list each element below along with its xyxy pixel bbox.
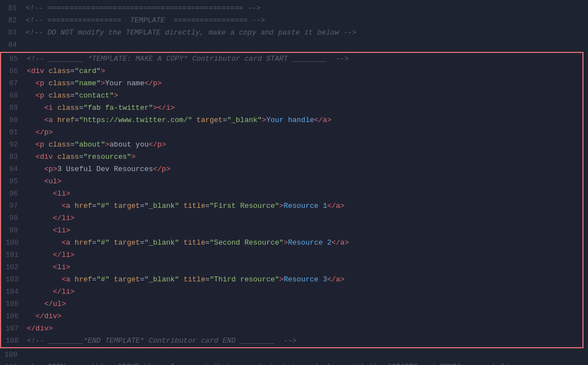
code-line: 98 </li> (1, 212, 582, 225)
line-number: 101 (6, 249, 27, 261)
line-content: <!-- ________ *TEMPLATE: MAKE A COPY* Co… (27, 53, 578, 65)
code-line: 89 <i class="fab fa-twitter"></i> (1, 102, 582, 114)
line-content: <a href="https://www.twitter.com/" targe… (27, 114, 578, 126)
line-number: 103 (6, 274, 27, 286)
line-content: <p class="name">Your name</p> (27, 77, 578, 90)
line-number: 102 (6, 261, 27, 274)
line-number: 87 (6, 77, 27, 90)
line-number: 100 (6, 237, 27, 249)
line-number: 85 (6, 53, 27, 65)
line-number: 94 (6, 163, 27, 176)
line-number: 93 (6, 151, 27, 163)
line-number: 98 (6, 212, 27, 225)
line-content: </ul> (27, 298, 578, 310)
line-content: <a href="#" target="_blank" title="Third… (27, 274, 578, 286)
code-line: 104 </li> (1, 286, 582, 298)
line-content: <!-- ===================================… (26, 2, 584, 14)
line-content: <li> (27, 261, 578, 274)
line-number: 91 (6, 126, 27, 139)
code-line: 110<!-- COPY everything ABOVE this, from… (0, 361, 588, 365)
code-lines: 81<!-- =================================… (0, 0, 588, 365)
line-content: <!-- DO NOT modify the TEMPLATE directly… (26, 27, 584, 39)
line-content: <!-- ________*END TEMPLATE* Contributor … (27, 335, 578, 347)
line-number: 99 (6, 225, 27, 237)
line-content: <ul> (27, 176, 578, 188)
line-number: 108 (6, 335, 27, 347)
code-line: 92 <p class="about">about you</p> (1, 139, 582, 151)
line-number: 95 (6, 176, 27, 188)
code-line: 103 <a href="#" target="_blank" title="T… (1, 274, 582, 286)
code-line: 108<!-- ________*END TEMPLATE* Contribut… (1, 335, 582, 347)
code-line: 97 <a href="#" target="_blank" title="Fi… (1, 200, 582, 212)
code-line: 86<div class="card"> (1, 65, 582, 77)
line-content: </div> (27, 310, 578, 323)
line-content: </li> (27, 286, 578, 298)
line-number: 89 (6, 102, 27, 114)
line-content: </li> (27, 212, 578, 225)
code-line: 102 <li> (1, 261, 582, 274)
code-line: 91 </p> (1, 126, 582, 139)
code-line: 83<!-- DO NOT modify the TEMPLATE direct… (0, 27, 588, 39)
line-content: <li> (27, 188, 578, 200)
code-line: 107</div> (1, 323, 582, 335)
line-number: 83 (4, 27, 26, 39)
code-line: 87 <p class="name">Your name</p> (1, 77, 582, 90)
line-number: 105 (6, 298, 27, 310)
code-line: 99 <li> (1, 225, 582, 237)
line-content: <!-- COPY everything ABOVE this, from co… (26, 361, 584, 365)
code-line: 93 <div class="resources"> (1, 151, 582, 163)
code-line: 109 (0, 349, 588, 361)
line-content: </li> (27, 249, 578, 261)
line-content: <p>3 Useful Dev Resources</p> (27, 163, 578, 176)
line-content: <i class="fab fa-twitter"></i> (27, 102, 578, 114)
template-block: 85<!-- ________ *TEMPLATE: MAKE A COPY* … (0, 52, 584, 348)
code-editor: 81<!-- =================================… (0, 0, 588, 365)
line-number: 107 (6, 323, 27, 335)
code-line: 96 <li> (1, 188, 582, 200)
line-number: 92 (6, 139, 27, 151)
line-content: <div class="card"> (27, 65, 578, 77)
line-number: 109 (4, 349, 26, 361)
line-content: <a href="#" target="_blank" title="First… (27, 200, 578, 212)
line-content: <p class="about">about you</p> (27, 139, 578, 151)
line-number: 82 (4, 14, 26, 27)
line-content: <div class="resources"> (27, 151, 578, 163)
code-line: 90 <a href="https://www.twitter.com/" ta… (1, 114, 582, 126)
code-line: 84 (0, 39, 588, 51)
code-line: 85<!-- ________ *TEMPLATE: MAKE A COPY* … (1, 53, 582, 65)
code-line: 81<!-- =================================… (0, 2, 588, 14)
line-content: <!-- ================= TEMPLATE ========… (26, 14, 584, 27)
line-number: 97 (6, 200, 27, 212)
line-content: <a href="#" target="_blank" title="Secon… (27, 237, 578, 249)
code-line: 88 <p class="contact"> (1, 90, 582, 102)
code-line: 95 <ul> (1, 176, 582, 188)
line-number: 81 (4, 2, 26, 14)
line-number: 90 (6, 114, 27, 126)
line-number: 86 (6, 65, 27, 77)
line-number: 84 (4, 39, 26, 51)
line-number: 104 (6, 286, 27, 298)
line-content: </div> (27, 323, 578, 335)
line-content: </p> (27, 126, 578, 139)
line-content: <li> (27, 225, 578, 237)
code-line: 100 <a href="#" target="_blank" title="S… (1, 237, 582, 249)
code-line: 105 </ul> (1, 298, 582, 310)
line-number: 110 (4, 361, 26, 365)
line-number: 96 (6, 188, 27, 200)
code-line: 94 <p>3 Useful Dev Resources</p> (1, 163, 582, 176)
line-number: 106 (6, 310, 27, 323)
code-line: 101 </li> (1, 249, 582, 261)
code-line: 106 </div> (1, 310, 582, 323)
code-line: 82<!-- ================= TEMPLATE ======… (0, 14, 588, 27)
line-content: <p class="contact"> (27, 90, 578, 102)
line-number: 88 (6, 90, 27, 102)
